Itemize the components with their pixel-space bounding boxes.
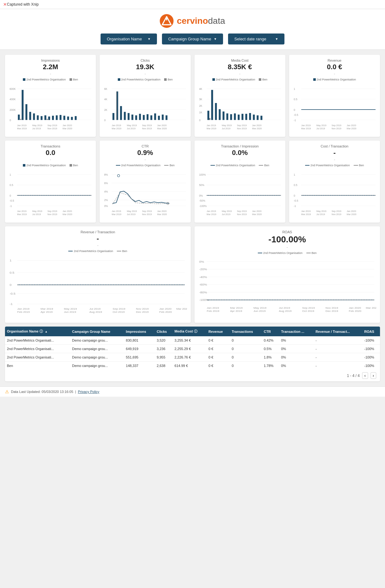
svg-text:Sep 2019: Sep 2019 bbox=[47, 124, 57, 127]
data-table-container: Organisation Name ⓘ ▲ Campaign Group Nam… bbox=[5, 327, 380, 381]
cost-transaction-legend: 2nd PowerMetrics Organisation Ben bbox=[293, 164, 376, 167]
svg-text:Nov 2019: Nov 2019 bbox=[331, 213, 341, 216]
svg-rect-19 bbox=[48, 116, 50, 120]
second-metrics-grid: Transactions 0.0 - 2nd PowerMetrics Orga… bbox=[5, 141, 380, 223]
svg-text:Mar 2020: Mar 2020 bbox=[366, 306, 376, 309]
svg-text:Sep 2019: Sep 2019 bbox=[113, 307, 126, 310]
logo-cervino: cervino bbox=[177, 16, 208, 26]
svg-text:Mar 2019: Mar 2019 bbox=[230, 306, 242, 309]
svg-text:-1: -1 bbox=[10, 302, 13, 306]
svg-text:0: 0 bbox=[199, 119, 200, 122]
revenue-card: Revenue 0.0 € - 2nd PowerMetrics Organis… bbox=[289, 55, 380, 137]
trans-impression-sub: - bbox=[198, 157, 282, 161]
revenue-legend: 2nd PowerMetrics Organisation bbox=[293, 78, 376, 81]
svg-text:Jun 2019: Jun 2019 bbox=[253, 309, 265, 312]
ctr-legend: 2nd PowerMetrics Organisation Ben bbox=[103, 164, 187, 167]
cost-transaction-value: - bbox=[293, 149, 376, 157]
col-org-name[interactable]: Organisation Name ⓘ ▲ bbox=[5, 327, 70, 336]
svg-rect-48 bbox=[120, 106, 122, 120]
svg-text:Mar 2019: Mar 2019 bbox=[17, 213, 27, 216]
svg-text:4%: 4% bbox=[104, 190, 108, 193]
table-row: 2nd PowerMetrics Organisati... Demo camp… bbox=[5, 336, 380, 345]
svg-text:0: 0 bbox=[104, 119, 106, 122]
trans-impression-legend: 2nd PowerMetrics Organisation Ben bbox=[198, 164, 282, 167]
cell-org-2: 2nd PowerMetrics Organisati... bbox=[5, 345, 70, 353]
clicks-card: Clicks 19.3K - 2nd PowerMetrics Organisa… bbox=[100, 55, 190, 137]
cell-clicks-3: 9,955 bbox=[155, 353, 173, 362]
prev-page-button[interactable]: ‹ bbox=[362, 372, 368, 379]
revenue-title: Revenue bbox=[293, 59, 376, 62]
col-impressions: Impressions bbox=[124, 327, 155, 336]
svg-text:Jan 2019: Jan 2019 bbox=[17, 307, 29, 310]
svg-text:Dec 2019: Dec 2019 bbox=[136, 310, 149, 313]
svg-text:Jan 2019: Jan 2019 bbox=[206, 124, 216, 127]
svg-text:Sep 2019: Sep 2019 bbox=[142, 210, 152, 213]
cell-trans-1: 0 bbox=[230, 336, 262, 345]
col-transactions: Transactions bbox=[230, 327, 262, 336]
svg-rect-12 bbox=[22, 90, 23, 120]
svg-text:Sep 2019: Sep 2019 bbox=[142, 124, 152, 127]
privacy-policy-link[interactable]: Privacy Policy bbox=[78, 390, 99, 394]
svg-text:Sep 2019: Sep 2019 bbox=[302, 306, 315, 309]
cell-media-cost-1: 3,255.34 € bbox=[173, 336, 207, 345]
svg-rect-25 bbox=[71, 117, 73, 120]
svg-rect-11 bbox=[18, 115, 20, 120]
next-page-button[interactable]: › bbox=[371, 372, 376, 379]
svg-text:-1: -1 bbox=[9, 204, 12, 208]
svg-text:0.5: 0.5 bbox=[294, 98, 297, 101]
rev-transaction-card: Revenue / Transaction - - 2nd PowerMetri… bbox=[5, 226, 191, 323]
svg-rect-20 bbox=[52, 116, 54, 120]
info-icon: ⓘ bbox=[39, 329, 43, 333]
topbar-label: Captured with Xnip bbox=[7, 2, 39, 7]
svg-text:0%: 0% bbox=[199, 260, 204, 263]
svg-text:Jul 2019: Jul 2019 bbox=[32, 213, 41, 216]
svg-text:Mar 2019: Mar 2019 bbox=[301, 127, 311, 130]
col-ctr: CTR bbox=[262, 327, 279, 336]
svg-text:May 2019: May 2019 bbox=[222, 124, 232, 127]
main-content: Impressions 2.2M - 2nd PowerMetrics Orga… bbox=[0, 50, 385, 386]
svg-rect-21 bbox=[56, 115, 58, 120]
svg-rect-52 bbox=[135, 115, 137, 120]
clicks-chart: 6K 4K 2K 0 bbox=[103, 83, 187, 133]
transactions-card: Transactions 0.0 - 2nd PowerMetrics Orga… bbox=[5, 141, 96, 223]
svg-rect-56 bbox=[150, 115, 152, 120]
svg-rect-85 bbox=[234, 113, 236, 120]
controls-bar: Organisation Name ▼ Campaign Group Name … bbox=[5, 34, 380, 44]
cell-trans-imp-2: 0% bbox=[279, 345, 314, 353]
impressions-legend: 2nd PowerMetrics Organisation Ben bbox=[9, 78, 92, 81]
svg-text:Jul 2019: Jul 2019 bbox=[32, 127, 41, 130]
impressions-title: Impressions bbox=[9, 59, 92, 62]
svg-rect-18 bbox=[44, 115, 46, 120]
cell-revenue-2: 0 € bbox=[207, 345, 230, 353]
svg-rect-88 bbox=[245, 114, 247, 120]
rev-transaction-sub: - bbox=[9, 243, 187, 247]
svg-rect-58 bbox=[158, 116, 160, 120]
date-range-dropdown[interactable]: Select date range ▼ bbox=[228, 34, 284, 44]
logo-data: data bbox=[208, 16, 225, 26]
svg-text:Mar 2020: Mar 2020 bbox=[347, 127, 356, 130]
roas-legend: 2nd PowerMetrics Organisation Ben bbox=[198, 251, 377, 255]
svg-rect-26 bbox=[75, 116, 77, 120]
col-trans-imp: Transaction ... bbox=[279, 327, 314, 336]
cost-transaction-card: Cost / Transaction - - 2nd PowerMetrics … bbox=[289, 141, 380, 223]
svg-rect-80 bbox=[215, 103, 217, 120]
svg-point-149 bbox=[117, 174, 120, 177]
transactions-sub: - bbox=[9, 157, 92, 161]
svg-rect-91 bbox=[257, 115, 258, 120]
campaign-group-dropdown[interactable]: Campaign Group Name ▼ bbox=[162, 34, 223, 44]
svg-rect-14 bbox=[29, 112, 31, 120]
ctr-chart: 8% 6% 4% 2% 0% Jan bbox=[103, 169, 187, 219]
svg-rect-86 bbox=[237, 115, 239, 120]
svg-text:Nov 2019: Nov 2019 bbox=[237, 213, 247, 216]
cell-rev-trans-1: - bbox=[314, 336, 362, 345]
cost-transaction-chart: 1 0.5 0 -0.5 -1 Jan 2019 May 2019 Sep 20… bbox=[293, 169, 376, 219]
top-metrics-grid: Impressions 2.2M - 2nd PowerMetrics Orga… bbox=[5, 55, 380, 137]
svg-rect-60 bbox=[166, 115, 168, 120]
org-name-dropdown[interactable]: Organisation Name ▼ bbox=[101, 34, 157, 44]
svg-text:Sep 2019: Sep 2019 bbox=[331, 124, 341, 127]
svg-text:Apr 2019: Apr 2019 bbox=[230, 309, 242, 312]
svg-text:8%: 8% bbox=[104, 173, 108, 176]
svg-rect-78 bbox=[207, 111, 209, 120]
svg-rect-92 bbox=[260, 116, 262, 120]
svg-text:1: 1 bbox=[10, 259, 12, 262]
